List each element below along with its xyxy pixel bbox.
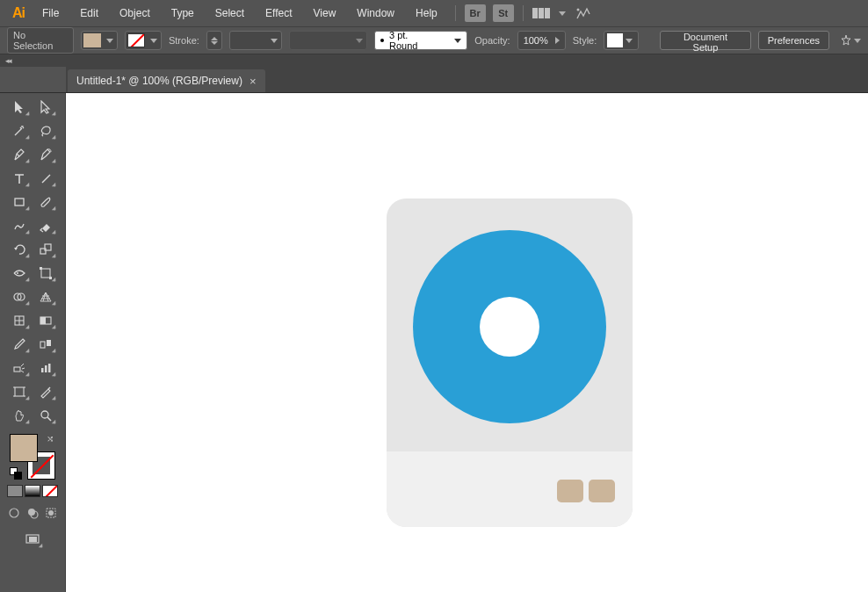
draw-behind-button[interactable] <box>25 506 40 520</box>
chevron-down-icon <box>150 39 157 43</box>
menu-object[interactable]: Object <box>111 4 159 23</box>
bridge-button[interactable]: Br <box>465 4 486 22</box>
magic-wand-tool[interactable] <box>7 120 32 141</box>
svg-rect-19 <box>45 365 47 372</box>
canvas[interactable] <box>66 93 868 592</box>
color-mode-row <box>7 485 58 497</box>
dot-icon <box>380 39 384 42</box>
pen-tool[interactable] <box>7 144 32 165</box>
opacity-input[interactable]: 100% <box>517 31 566 50</box>
tab-close-button[interactable]: × <box>250 75 257 88</box>
menu-window[interactable]: Window <box>348 4 403 23</box>
artboard-tool[interactable] <box>7 381 32 402</box>
svg-point-24 <box>10 509 18 517</box>
chevron-down-icon <box>106 39 113 43</box>
opacity-value: 100% <box>524 35 548 46</box>
menu-help[interactable]: Help <box>407 4 446 23</box>
symbol-sprayer-tool[interactable] <box>7 357 32 379</box>
curvature-tool[interactable] <box>33 144 58 165</box>
graphic-style-dropdown[interactable] <box>604 31 639 50</box>
art-button-2 <box>589 480 615 502</box>
chevron-down-icon <box>454 39 461 43</box>
eraser-tool[interactable] <box>33 215 58 236</box>
gpu-performance-button[interactable] <box>575 6 592 20</box>
stroke-weight-input[interactable] <box>206 31 222 50</box>
gradient-mode-button[interactable] <box>25 485 40 497</box>
fill-stroke-proxy[interactable]: ⤭ <box>10 434 55 480</box>
width-tool[interactable] <box>7 263 32 284</box>
hand-tool[interactable] <box>7 405 32 426</box>
line-segment-tool[interactable] <box>33 168 58 189</box>
shaper-tool[interactable] <box>7 215 32 236</box>
stock-button[interactable]: St <box>493 4 514 22</box>
fill-color-dropdown[interactable] <box>81 31 118 50</box>
perspective-grid-tool[interactable] <box>33 286 58 307</box>
brush-definition-dropdown[interactable] <box>289 31 367 50</box>
svg-point-0 <box>576 9 579 11</box>
draw-normal-button[interactable] <box>6 506 22 520</box>
panel-collapse-handle[interactable]: ◂◂ <box>0 54 868 67</box>
selection-indicator: No Selection <box>7 27 74 54</box>
zoom-tool[interactable] <box>33 405 58 426</box>
rectangle-tool[interactable] <box>7 191 32 213</box>
app-logo: Ai <box>7 5 30 21</box>
selection-tool[interactable] <box>7 97 32 118</box>
menu-view[interactable]: View <box>305 4 345 23</box>
draw-inside-button[interactable] <box>43 506 59 520</box>
menu-type[interactable]: Type <box>163 4 203 23</box>
fill-proxy[interactable] <box>10 434 38 462</box>
svg-rect-7 <box>41 269 50 278</box>
swap-fill-stroke-button[interactable]: ⤭ <box>47 434 54 444</box>
lasso-tool[interactable] <box>33 120 58 141</box>
align-flyout-button[interactable] <box>840 34 861 47</box>
blend-tool[interactable] <box>33 334 58 355</box>
free-transform-tool[interactable] <box>33 263 58 284</box>
chevron-down-icon <box>854 39 861 43</box>
svg-rect-21 <box>15 387 24 396</box>
double-chevron-icon: ◂◂ <box>5 56 11 65</box>
chevron-down-icon <box>626 39 633 43</box>
type-tool[interactable] <box>7 168 32 189</box>
svg-rect-14 <box>40 317 46 324</box>
stroke-color-dropdown[interactable] <box>125 31 162 50</box>
arrange-documents-button[interactable] <box>532 8 550 18</box>
variable-width-profile-dropdown[interactable] <box>229 31 282 50</box>
svg-rect-16 <box>47 340 51 346</box>
artwork-disk[interactable] <box>387 199 633 527</box>
color-mode-button[interactable] <box>7 485 23 497</box>
svg-line-23 <box>47 417 51 421</box>
spinner-icon <box>211 37 218 45</box>
menu-select[interactable]: Select <box>206 4 253 23</box>
menu-effect[interactable]: Effect <box>257 4 300 23</box>
chevron-down-icon <box>271 39 278 43</box>
direct-selection-tool[interactable] <box>33 97 58 118</box>
document-tab[interactable]: Untitled-1* @ 100% (RGB/Preview) × <box>68 69 265 92</box>
shape-builder-tool[interactable] <box>7 286 32 307</box>
eyedropper-tool[interactable] <box>7 334 32 355</box>
gradient-tool[interactable] <box>33 310 58 331</box>
menu-file[interactable]: File <box>33 4 68 23</box>
none-mode-button[interactable] <box>42 485 58 497</box>
tools-panel: ⤭ <box>0 93 66 592</box>
slice-tool[interactable] <box>33 381 58 402</box>
svg-point-1 <box>22 126 24 127</box>
rotate-tool[interactable] <box>7 239 32 260</box>
screen-mode-button[interactable] <box>20 529 45 550</box>
style-swatch <box>607 33 623 47</box>
document-setup-button[interactable]: Document Setup <box>660 31 750 50</box>
menu-edit[interactable]: Edit <box>71 4 107 23</box>
svg-rect-15 <box>40 342 45 348</box>
style-label: Style: <box>573 35 597 46</box>
default-fill-stroke-button[interactable] <box>10 467 22 480</box>
workarea: ⤭ <box>0 93 868 592</box>
paintbrush-tool[interactable] <box>33 191 58 213</box>
scale-tool[interactable] <box>33 239 58 260</box>
menu-separator <box>523 5 524 21</box>
svg-rect-30 <box>29 537 37 542</box>
svg-line-2 <box>42 175 50 183</box>
column-graph-tool[interactable] <box>33 357 58 379</box>
preferences-button[interactable]: Preferences <box>758 31 829 50</box>
chevron-down-icon <box>559 11 566 16</box>
mesh-tool[interactable] <box>7 310 32 331</box>
width-profile-dropdown[interactable]: 3 pt. Round <box>374 31 467 50</box>
